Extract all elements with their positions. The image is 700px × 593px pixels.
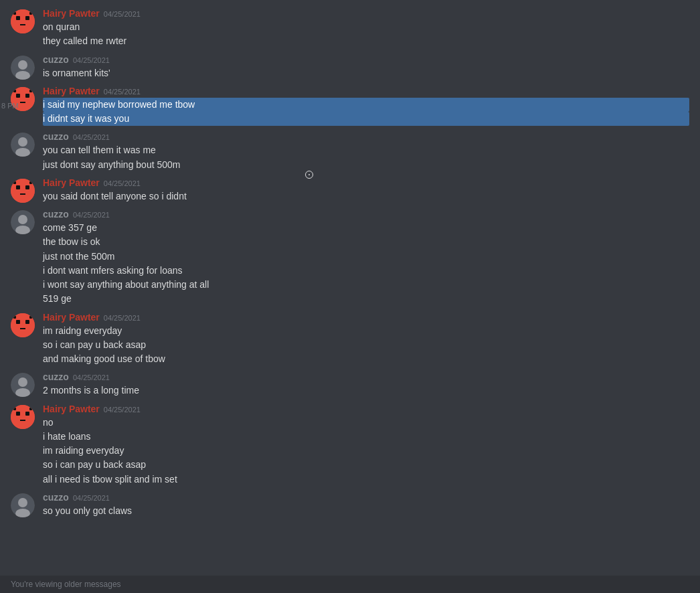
svg-rect-39 (13, 408, 16, 410)
message-text: all i need is tbow split and im set (43, 473, 689, 487)
svg-point-34 (18, 377, 27, 387)
message-text: just not the 500m (43, 250, 689, 264)
message-content: cuzzo 04/25/2021 2 months is a long time (43, 371, 689, 398)
avatar (11, 313, 35, 337)
svg-rect-13 (29, 90, 32, 92)
username: cuzzo (43, 371, 69, 382)
svg-point-7 (18, 60, 27, 70)
username: Hairy Pawter (43, 177, 100, 188)
message-text: is ornament kits' (43, 66, 689, 80)
message-header: cuzzo 04/25/2021 (43, 209, 689, 220)
svg-rect-4 (29, 12, 32, 15)
message-group: cuzzo 04/25/2021 is ornament kits' (0, 52, 700, 83)
timestamp: 04/25/2021 (104, 179, 141, 187)
svg-rect-40 (29, 408, 32, 410)
svg-rect-32 (20, 328, 25, 329)
svg-rect-21 (13, 181, 16, 184)
message-header: cuzzo 04/25/2021 (43, 54, 689, 65)
message-group: cuzzo 04/25/2021 come 357 ge the tbow is… (0, 206, 700, 309)
message-group: Hairy Pawter 04/25/2021 you said dont te… (0, 175, 700, 206)
message-group: 8 PM Hairy Pawter 04/25/2021 i said my n… (0, 83, 700, 129)
message-text: they called me rwter (43, 34, 689, 48)
message-content: cuzzo 04/25/2021 so you only got claws (43, 492, 689, 518)
message-group: Hairy Pawter 04/25/2021 on quran they ca… (0, 5, 700, 52)
message-group: cuzzo 04/25/2021 you can tell them it wa… (0, 129, 700, 175)
message-group: Hairy Pawter 04/25/2021 im raidng everyd… (0, 309, 700, 369)
message-text: come 357 ge (43, 221, 689, 235)
chat-container: Hairy Pawter 04/25/2021 on quran they ca… (0, 0, 700, 576)
svg-rect-5 (20, 24, 25, 25)
svg-rect-11 (25, 94, 29, 98)
message-text: so i can pay u back asap (43, 338, 689, 352)
username: Hairy Pawter (43, 86, 100, 96)
message-header: Hairy Pawter 04/25/2021 (43, 404, 689, 414)
svg-rect-23 (20, 193, 25, 195)
svg-rect-1 (16, 16, 20, 20)
avatar (11, 210, 35, 234)
message-header: cuzzo 04/25/2021 (43, 371, 689, 382)
avatar (11, 9, 35, 33)
svg-point-43 (18, 498, 27, 507)
message-group: Hairy Pawter 04/25/2021 no i hate loans … (0, 401, 700, 489)
message-text: just dont say anything bout 500m (43, 158, 689, 172)
message-text: i hate loans (43, 430, 689, 444)
svg-rect-28 (16, 320, 20, 324)
message-text: im raiding everyday (43, 444, 689, 458)
svg-rect-19 (16, 185, 20, 189)
timestamp: 04/25/2021 (104, 406, 141, 414)
svg-rect-38 (25, 412, 29, 416)
username: cuzzo (43, 131, 69, 142)
message-text-selected: i didnt say it was you (43, 112, 689, 126)
message-text: you said dont tell anyone so i didnt (43, 189, 689, 203)
message-text: no (43, 416, 689, 430)
timestamp: 04/25/2021 (73, 56, 110, 64)
avatar (11, 133, 35, 157)
avatar (11, 373, 35, 397)
svg-rect-3 (13, 12, 16, 15)
svg-point-25 (18, 215, 27, 224)
message-content: Hairy Pawter 04/25/2021 no i hate loans … (43, 404, 689, 487)
time-label: 8 PM (1, 102, 19, 110)
message-header: Hairy Pawter 04/25/2021 (43, 177, 689, 188)
username: Hairy Pawter (43, 8, 100, 19)
timestamp: 04/25/2021 (73, 494, 110, 502)
message-content: cuzzo 04/25/2021 you can tell them it wa… (43, 131, 689, 172)
message-text-selected: i said my nephew borrowed me tbow (43, 98, 689, 112)
message-header: Hairy Pawter 04/25/2021 (43, 8, 689, 19)
svg-rect-37 (16, 412, 20, 416)
timestamp: 04/25/2021 (73, 373, 110, 382)
message-content: Hairy Pawter 04/25/2021 on quran they ca… (43, 8, 689, 49)
svg-rect-22 (29, 181, 32, 184)
message-text: and making good use of tbow (43, 352, 689, 366)
status-bar: You're viewing older messages (0, 576, 700, 593)
message-content: cuzzo 04/25/2021 is ornament kits' (43, 54, 689, 80)
timestamp: 04/25/2021 (104, 314, 141, 322)
message-content: cuzzo 04/25/2021 come 357 ge the tbow is… (43, 209, 689, 307)
username: Hairy Pawter (43, 404, 100, 414)
message-text: i wont say anything about anything at al… (43, 278, 689, 292)
message-text: so i can pay u back asap (43, 458, 689, 472)
svg-point-16 (18, 137, 27, 147)
message-text: on quran (43, 20, 689, 34)
avatar (11, 56, 35, 80)
svg-rect-12 (13, 90, 16, 92)
message-header: Hairy Pawter 04/25/2021 (43, 86, 689, 96)
message-text: 519 ge (43, 292, 689, 306)
svg-rect-2 (25, 16, 29, 20)
message-header: cuzzo 04/25/2021 (43, 131, 689, 142)
svg-rect-20 (25, 185, 29, 189)
message-text: i dont want mfers asking for loans (43, 264, 689, 278)
message-content: Hairy Pawter 04/25/2021 i said my nephew… (43, 86, 689, 126)
username: cuzzo (43, 209, 69, 220)
svg-rect-30 (13, 316, 16, 319)
message-header: cuzzo 04/25/2021 (43, 492, 689, 503)
status-bar-text: You're viewing older messages (11, 580, 121, 589)
message-content: Hairy Pawter 04/25/2021 im raidng everyd… (43, 312, 689, 367)
svg-rect-10 (16, 94, 20, 98)
message-text: the tbow is ok (43, 235, 689, 249)
timestamp: 04/25/2021 (104, 88, 141, 96)
timestamp: 04/25/2021 (104, 10, 141, 18)
svg-rect-31 (29, 316, 32, 319)
username: cuzzo (43, 54, 69, 65)
message-text: so you only got claws (43, 504, 689, 518)
